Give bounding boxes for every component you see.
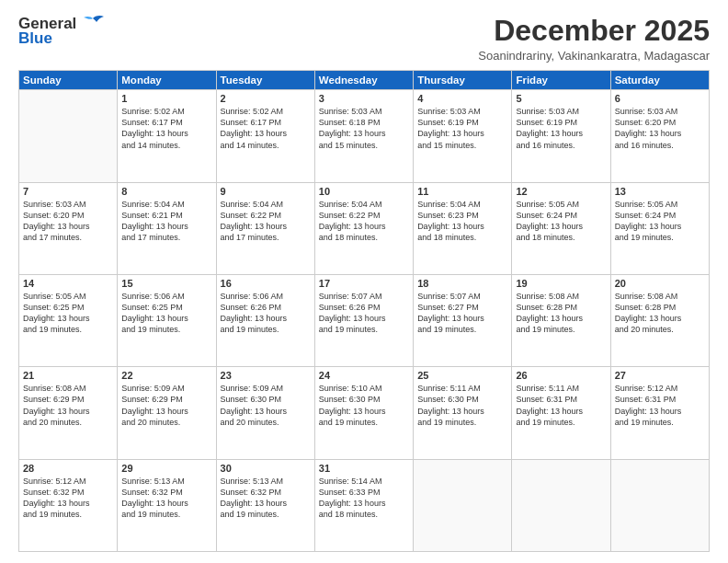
- day-number: 31: [319, 463, 409, 474]
- calendar-cell: 23Sunrise: 5:09 AM Sunset: 6:30 PM Dayli…: [216, 367, 314, 459]
- calendar-cell: 27Sunrise: 5:12 AM Sunset: 6:31 PM Dayli…: [610, 367, 709, 459]
- calendar-cell: 1Sunrise: 5:02 AM Sunset: 6:17 PM Daylig…: [118, 90, 216, 182]
- day-number: 11: [417, 186, 507, 197]
- day-info: Sunrise: 5:08 AM Sunset: 6:28 PM Dayligh…: [516, 291, 606, 336]
- day-number: 15: [121, 278, 211, 289]
- day-number: 30: [221, 463, 311, 474]
- calendar-cell: 18Sunrise: 5:07 AM Sunset: 6:27 PM Dayli…: [414, 274, 512, 366]
- calendar-cell: 7Sunrise: 5:03 AM Sunset: 6:20 PM Daylig…: [19, 182, 118, 274]
- day-number: 29: [121, 463, 211, 474]
- day-info: Sunrise: 5:07 AM Sunset: 6:26 PM Dayligh…: [319, 291, 409, 336]
- calendar-week-row: 14Sunrise: 5:05 AM Sunset: 6:25 PM Dayli…: [19, 274, 710, 366]
- calendar-cell: 21Sunrise: 5:08 AM Sunset: 6:29 PM Dayli…: [19, 367, 118, 459]
- calendar-cell: [414, 459, 512, 551]
- day-info: Sunrise: 5:04 AM Sunset: 6:23 PM Dayligh…: [417, 199, 507, 244]
- day-info: Sunrise: 5:05 AM Sunset: 6:24 PM Dayligh…: [516, 199, 606, 244]
- day-number: 10: [319, 186, 409, 197]
- day-number: 5: [516, 93, 606, 104]
- day-info: Sunrise: 5:03 AM Sunset: 6:19 PM Dayligh…: [516, 106, 606, 151]
- day-info: Sunrise: 5:02 AM Sunset: 6:17 PM Dayligh…: [221, 106, 311, 151]
- calendar-cell: 3Sunrise: 5:03 AM Sunset: 6:18 PM Daylig…: [314, 90, 413, 182]
- day-header-wednesday: Wednesday: [314, 71, 413, 90]
- day-info: Sunrise: 5:03 AM Sunset: 6:20 PM Dayligh…: [615, 106, 705, 151]
- day-info: Sunrise: 5:09 AM Sunset: 6:29 PM Dayligh…: [121, 383, 211, 428]
- day-number: 9: [221, 186, 311, 197]
- page: General Blue December 2025 Soanindrariny…: [0, 0, 728, 563]
- day-number: 16: [221, 278, 311, 289]
- calendar-cell: 22Sunrise: 5:09 AM Sunset: 6:29 PM Dayli…: [118, 367, 216, 459]
- calendar-cell: 19Sunrise: 5:08 AM Sunset: 6:28 PM Dayli…: [512, 274, 610, 366]
- calendar-cell: 30Sunrise: 5:13 AM Sunset: 6:32 PM Dayli…: [216, 459, 314, 551]
- day-number: 24: [319, 370, 409, 381]
- day-info: Sunrise: 5:04 AM Sunset: 6:22 PM Dayligh…: [319, 199, 409, 244]
- day-number: 21: [23, 370, 113, 381]
- day-number: 23: [221, 370, 311, 381]
- day-info: Sunrise: 5:06 AM Sunset: 6:25 PM Dayligh…: [121, 291, 211, 336]
- day-info: Sunrise: 5:05 AM Sunset: 6:24 PM Dayligh…: [615, 199, 705, 244]
- day-number: 26: [516, 370, 606, 381]
- day-info: Sunrise: 5:03 AM Sunset: 6:20 PM Dayligh…: [23, 199, 113, 244]
- day-number: 8: [121, 186, 211, 197]
- day-info: Sunrise: 5:13 AM Sunset: 6:32 PM Dayligh…: [121, 476, 211, 521]
- day-header-tuesday: Tuesday: [216, 71, 314, 90]
- calendar-week-row: 28Sunrise: 5:12 AM Sunset: 6:32 PM Dayli…: [19, 459, 710, 551]
- day-number: 2: [221, 93, 311, 104]
- day-number: 19: [516, 278, 606, 289]
- day-info: Sunrise: 5:11 AM Sunset: 6:31 PM Dayligh…: [516, 383, 606, 428]
- day-info: Sunrise: 5:03 AM Sunset: 6:18 PM Dayligh…: [319, 106, 409, 151]
- day-header-thursday: Thursday: [414, 71, 512, 90]
- day-number: 20: [615, 278, 705, 289]
- day-header-monday: Monday: [118, 71, 216, 90]
- calendar-week-row: 7Sunrise: 5:03 AM Sunset: 6:20 PM Daylig…: [19, 182, 710, 274]
- day-number: 17: [319, 278, 409, 289]
- title-block: December 2025 Soanindrariny, Vakinankara…: [478, 15, 710, 63]
- calendar-cell: 5Sunrise: 5:03 AM Sunset: 6:19 PM Daylig…: [512, 90, 610, 182]
- calendar-cell: [512, 459, 610, 551]
- calendar-cell: 12Sunrise: 5:05 AM Sunset: 6:24 PM Dayli…: [512, 182, 610, 274]
- calendar-cell: 8Sunrise: 5:04 AM Sunset: 6:21 PM Daylig…: [118, 182, 216, 274]
- calendar-cell: 2Sunrise: 5:02 AM Sunset: 6:17 PM Daylig…: [216, 90, 314, 182]
- calendar-cell: 11Sunrise: 5:04 AM Sunset: 6:23 PM Dayli…: [414, 182, 512, 274]
- calendar-cell: 24Sunrise: 5:10 AM Sunset: 6:30 PM Dayli…: [314, 367, 413, 459]
- calendar-cell: 29Sunrise: 5:13 AM Sunset: 6:32 PM Dayli…: [118, 459, 216, 551]
- calendar-body: 1Sunrise: 5:02 AM Sunset: 6:17 PM Daylig…: [19, 90, 710, 552]
- day-info: Sunrise: 5:04 AM Sunset: 6:22 PM Dayligh…: [221, 199, 311, 244]
- calendar-cell: 25Sunrise: 5:11 AM Sunset: 6:30 PM Dayli…: [414, 367, 512, 459]
- calendar-cell: 31Sunrise: 5:14 AM Sunset: 6:33 PM Dayli…: [314, 459, 413, 551]
- day-info: Sunrise: 5:03 AM Sunset: 6:19 PM Dayligh…: [417, 106, 507, 151]
- calendar-cell: [610, 459, 709, 551]
- calendar-cell: 26Sunrise: 5:11 AM Sunset: 6:31 PM Dayli…: [512, 367, 610, 459]
- day-number: 4: [417, 93, 507, 104]
- header: General Blue December 2025 Soanindrariny…: [18, 15, 710, 63]
- day-info: Sunrise: 5:13 AM Sunset: 6:32 PM Dayligh…: [221, 476, 311, 521]
- day-info: Sunrise: 5:09 AM Sunset: 6:30 PM Dayligh…: [221, 383, 311, 428]
- day-number: 7: [23, 186, 113, 197]
- logo: General Blue: [18, 15, 106, 48]
- day-number: 27: [615, 370, 705, 381]
- calendar-cell: 6Sunrise: 5:03 AM Sunset: 6:20 PM Daylig…: [610, 90, 709, 182]
- calendar-cell: 14Sunrise: 5:05 AM Sunset: 6:25 PM Dayli…: [19, 274, 118, 366]
- day-number: 12: [516, 186, 606, 197]
- day-number: 6: [615, 93, 705, 104]
- day-info: Sunrise: 5:07 AM Sunset: 6:27 PM Dayligh…: [417, 291, 507, 336]
- day-info: Sunrise: 5:06 AM Sunset: 6:26 PM Dayligh…: [221, 291, 311, 336]
- day-info: Sunrise: 5:12 AM Sunset: 6:32 PM Dayligh…: [23, 476, 113, 521]
- day-header-friday: Friday: [512, 71, 610, 90]
- day-number: 25: [417, 370, 507, 381]
- day-number: 14: [23, 278, 113, 289]
- day-info: Sunrise: 5:08 AM Sunset: 6:28 PM Dayligh…: [615, 291, 705, 336]
- calendar-cell: 15Sunrise: 5:06 AM Sunset: 6:25 PM Dayli…: [118, 274, 216, 366]
- calendar-header-row: SundayMondayTuesdayWednesdayThursdayFrid…: [19, 71, 710, 90]
- calendar-week-row: 1Sunrise: 5:02 AM Sunset: 6:17 PM Daylig…: [19, 90, 710, 182]
- day-info: Sunrise: 5:04 AM Sunset: 6:21 PM Dayligh…: [121, 199, 211, 244]
- calendar-cell: 16Sunrise: 5:06 AM Sunset: 6:26 PM Dayli…: [216, 274, 314, 366]
- calendar-cell: 10Sunrise: 5:04 AM Sunset: 6:22 PM Dayli…: [314, 182, 413, 274]
- calendar-week-row: 21Sunrise: 5:08 AM Sunset: 6:29 PM Dayli…: [19, 367, 710, 459]
- calendar-cell: [19, 90, 118, 182]
- calendar-cell: 20Sunrise: 5:08 AM Sunset: 6:28 PM Dayli…: [610, 274, 709, 366]
- month-title: December 2025: [478, 15, 710, 47]
- day-info: Sunrise: 5:08 AM Sunset: 6:29 PM Dayligh…: [23, 383, 113, 428]
- calendar-cell: 9Sunrise: 5:04 AM Sunset: 6:22 PM Daylig…: [216, 182, 314, 274]
- day-info: Sunrise: 5:12 AM Sunset: 6:31 PM Dayligh…: [615, 383, 705, 428]
- calendar-cell: 13Sunrise: 5:05 AM Sunset: 6:24 PM Dayli…: [610, 182, 709, 274]
